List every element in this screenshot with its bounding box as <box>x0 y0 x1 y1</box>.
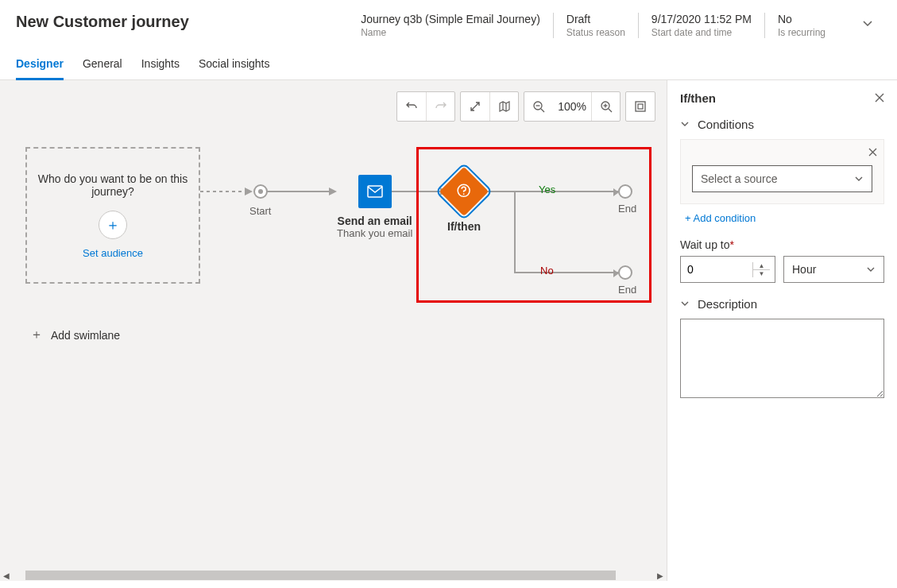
end-node-yes[interactable] <box>618 184 632 199</box>
page-header: New Customer journey Journey q3b (Simple… <box>0 0 897 38</box>
zoom-in-icon <box>600 100 613 113</box>
panel-header: If/then <box>680 91 884 105</box>
zoom-out-button[interactable] <box>524 92 553 121</box>
scroll-track[interactable] <box>13 570 654 581</box>
add-audience-button[interactable]: ＋ <box>99 211 127 239</box>
if-then-label: If/then <box>447 220 481 233</box>
yes-label: Yes <box>539 184 555 195</box>
spin-up-button[interactable]: ▲ <box>753 262 770 270</box>
header-field-value: 9/17/2020 11:52 PM <box>651 13 752 25</box>
wait-spinner: ▲ ▼ <box>752 262 770 277</box>
scroll-thumb[interactable] <box>25 571 615 580</box>
header-field-recurring[interactable]: No Is recurring <box>764 13 838 38</box>
svg-rect-9 <box>368 186 382 197</box>
chevron-down-icon <box>866 265 876 274</box>
svg-rect-7 <box>636 102 645 111</box>
question-icon <box>457 184 471 198</box>
chevron-down-icon <box>680 118 690 131</box>
end-node-no[interactable] <box>618 265 632 280</box>
send-email-node[interactable]: Send an email Thank you email <box>337 175 412 239</box>
required-indicator: * <box>730 238 734 251</box>
wait-label-text: Wait up to <box>680 238 730 251</box>
add-condition-link[interactable]: + Add condition <box>685 212 884 224</box>
conditions-label: Conditions <box>698 118 754 131</box>
end-icon <box>618 265 632 280</box>
tab-bar: Designer General Insights Social insight… <box>0 38 897 80</box>
wait-unit-value: Hour <box>792 263 816 276</box>
if-then-node[interactable]: If/then <box>447 174 481 233</box>
fit-button[interactable] <box>626 92 655 121</box>
properties-panel: If/then Conditions Select a source + Add… <box>667 80 897 581</box>
header-field-status[interactable]: Draft Status reason <box>553 13 638 38</box>
minimap-button[interactable] <box>489 92 518 121</box>
svg-line-1 <box>541 109 544 112</box>
plus-icon: ＋ <box>106 215 120 234</box>
header-field-label: Is recurring <box>778 27 825 38</box>
undo-button[interactable] <box>397 92 426 121</box>
audience-question: Who do you want to be on this journey? <box>37 172 189 198</box>
header-field-value: No <box>778 13 825 25</box>
scroll-left-icon[interactable]: ◀ <box>0 571 13 580</box>
svg-rect-8 <box>638 104 643 109</box>
svg-line-4 <box>609 109 612 112</box>
fullscreen-button[interactable] <box>461 92 489 121</box>
close-panel-button[interactable] <box>875 92 884 105</box>
no-label: No <box>540 265 554 277</box>
scroll-right-icon[interactable]: ▶ <box>654 571 667 580</box>
conditions-section-header[interactable]: Conditions <box>680 118 884 131</box>
description-label: Description <box>698 297 757 311</box>
page-title: New Customer journey <box>16 13 189 31</box>
email-title: Send an email <box>338 215 412 227</box>
chevron-down-icon <box>862 17 873 29</box>
add-swimlane-label: Add swimlane <box>51 329 120 342</box>
add-swimlane-button[interactable]: ＋ Add swimlane <box>30 327 120 343</box>
tab-general[interactable]: General <box>83 57 122 79</box>
panel-title: If/then <box>680 91 716 105</box>
zoom-in-button[interactable] <box>591 92 620 121</box>
email-subtitle: Thank you email <box>337 227 412 239</box>
spin-down-button[interactable]: ▼ <box>753 270 770 277</box>
remove-condition-button[interactable] <box>868 146 877 159</box>
redo-icon <box>435 100 447 113</box>
zoom-group: 100% <box>524 91 621 122</box>
wait-value-field[interactable] <box>681 257 752 282</box>
chevron-down-icon <box>680 298 690 311</box>
start-icon <box>253 184 268 199</box>
plus-icon: ＋ <box>30 327 43 343</box>
header-field-name[interactable]: Journey q3b (Simple Email Journey) Name <box>348 13 553 38</box>
fit-icon <box>634 100 647 113</box>
source-select[interactable]: Select a source <box>692 165 872 192</box>
header-field-value: Draft <box>566 13 625 25</box>
expand-group <box>460 91 519 122</box>
wait-unit-select[interactable]: Hour <box>783 256 884 283</box>
header-field-label: Start date and time <box>651 27 752 38</box>
journey-canvas[interactable]: Who do you want to be on this journey? ＋… <box>0 80 667 581</box>
header-field-value: Journey q3b (Simple Email Journey) <box>361 13 540 25</box>
header-field-startdate[interactable]: 9/17/2020 11:52 PM Start date and time <box>638 13 764 38</box>
set-audience-link[interactable]: Set audience <box>83 247 143 259</box>
description-section-header[interactable]: Description <box>680 297 884 311</box>
header-field-label: Status reason <box>566 27 625 38</box>
svg-point-11 <box>463 193 465 195</box>
source-placeholder: Select a source <box>701 172 778 185</box>
email-icon <box>367 185 383 198</box>
canvas-scrollbar[interactable]: ◀ ▶ <box>0 570 667 581</box>
wait-label: Wait up to* <box>680 238 884 251</box>
tab-designer[interactable]: Designer <box>16 57 64 80</box>
zoom-level: 100% <box>553 92 591 121</box>
condition-tile <box>439 167 489 216</box>
redo-button[interactable] <box>426 92 454 121</box>
wait-value-input[interactable]: ▲ ▼ <box>680 256 775 283</box>
expand-header-button[interactable] <box>854 13 881 36</box>
expand-icon <box>469 100 481 113</box>
audience-tile[interactable]: Who do you want to be on this journey? ＋… <box>25 147 200 284</box>
email-tile <box>358 175 392 208</box>
condition-card: Select a source <box>680 139 884 204</box>
tab-social-insights[interactable]: Social insights <box>199 57 270 79</box>
start-node[interactable]: Start <box>249 184 271 217</box>
tab-insights[interactable]: Insights <box>141 57 180 79</box>
zoom-out-icon <box>532 100 545 113</box>
main-area: 100% <box>0 80 897 581</box>
description-textarea[interactable] <box>680 319 884 398</box>
header-fields: Journey q3b (Simple Email Journey) Name … <box>348 13 838 38</box>
